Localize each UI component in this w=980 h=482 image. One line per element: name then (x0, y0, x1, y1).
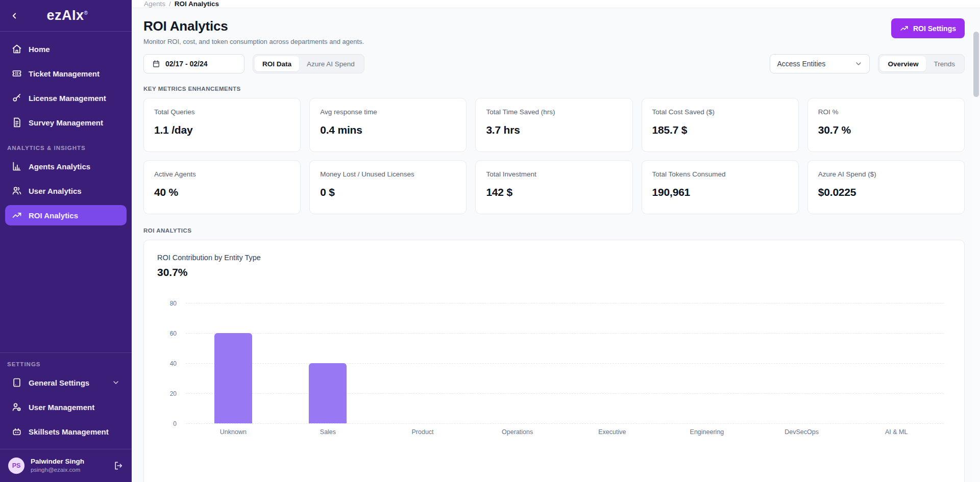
breadcrumb-current: ROI Analytics (175, 0, 219, 8)
sidebar-item-label: Survey Management (29, 118, 103, 127)
user-email: psingh@ezaix.com (31, 466, 107, 473)
chevron-down-icon (112, 378, 120, 387)
sidebar-item-user-management[interactable]: User Management (5, 397, 127, 417)
metric-card-total-tokens: Total Tokens Consumed 190,961 (642, 160, 799, 214)
sidebar-item-user-analytics[interactable]: User Analytics (5, 181, 127, 201)
sidebar-item-label: Home (29, 45, 50, 54)
sidebar-item-general-settings[interactable]: General Settings (5, 372, 127, 393)
sidebar-item-agents-analytics[interactable]: Agents Analytics (5, 156, 127, 176)
metric-card-active-agents: Active Agents 40 % (143, 160, 301, 214)
home-icon (12, 44, 22, 54)
chevron-down-icon (854, 60, 863, 68)
metric-card-money-lost: Money Lost / Unused Licenses 0 $ (309, 160, 467, 214)
robot-icon (12, 426, 22, 437)
user-name: Palwinder Singh (31, 458, 107, 466)
main-area: Agents / ROI Analytics ROI Analytics Mon… (132, 0, 980, 482)
sidebar-section-analytics: ANALYTICS & INSIGHTS (7, 145, 125, 151)
date-range-value: 02/17 - 02/24 (165, 60, 208, 68)
metric-card-avg-response-time: Avg response time 0.4 mins (309, 98, 467, 152)
sidebar-item-label: User Analytics (29, 187, 82, 195)
x-label: AI & ML (849, 428, 944, 436)
access-entities-dropdown[interactable]: Access Entities (770, 54, 870, 73)
metric-card-total-time-saved: Total Time Saved (hrs) 3.7 hrs (475, 98, 632, 152)
page-subtitle: Monitor ROI, cost, and token consumption… (143, 38, 364, 45)
sidebar-item-label: User Management (29, 403, 94, 412)
x-label: Executive (565, 428, 660, 436)
sidebar-item-label: ROI Analytics (29, 211, 78, 220)
filter-row: 02/17 - 02/24 ROI Data Azure AI Spend Ac… (143, 54, 965, 73)
breadcrumb: Agents / ROI Analytics (144, 0, 219, 8)
topbar: Agents / ROI Analytics (132, 0, 980, 8)
data-source-tabs: ROI Data Azure AI Spend (253, 54, 364, 73)
chart-headline-value: 30.7% (157, 266, 951, 278)
ticket-icon (12, 68, 22, 79)
x-label: Sales (281, 428, 376, 436)
tab-azure-ai-spend[interactable]: Azure AI Spend (299, 56, 362, 71)
sidebar-item-ticket-management[interactable]: Ticket Management (5, 63, 127, 84)
y-tick: 0 (173, 420, 177, 427)
y-tick: 60 (170, 330, 177, 337)
avatar: PS (8, 458, 24, 474)
users-icon (12, 186, 22, 196)
sidebar-item-skillsets-management[interactable]: Skillsets Management (5, 421, 127, 442)
sidebar-item-roi-analytics[interactable]: ROI Analytics (5, 205, 127, 225)
view-tabs: Overview Trends (878, 54, 965, 73)
logout-icon (113, 461, 124, 471)
sidebar-item-label: General Settings (29, 378, 89, 387)
y-tick: 40 (170, 360, 177, 367)
page-content: ROI Analytics Monitor ROI, cost, and tok… (132, 8, 980, 482)
key-icon (12, 93, 22, 103)
breadcrumb-separator: / (169, 0, 171, 8)
registered-mark: ® (84, 10, 88, 16)
tab-roi-data[interactable]: ROI Data (255, 56, 299, 71)
x-label: Engineering (659, 428, 754, 436)
x-axis-labels: Unknown Sales Product Operations Executi… (186, 428, 944, 436)
bar-sales[interactable] (309, 363, 347, 423)
collapse-sidebar-button[interactable] (7, 9, 21, 23)
metric-card-total-investment: Total Investment 142 $ (475, 160, 632, 214)
sidebar-item-survey-management[interactable]: Survey Management (5, 112, 127, 133)
survey-icon (12, 117, 22, 128)
trending-up-icon (900, 24, 909, 33)
scrollbar-thumb[interactable] (973, 32, 979, 97)
metric-card-total-cost-saved: Total Cost Saved ($) 185.7 $ (642, 98, 799, 152)
scrollbar (972, 30, 979, 482)
x-label: Unknown (186, 428, 281, 436)
chevron-left-icon (10, 11, 19, 20)
roi-contribution-chart-card: ROI Contribution by Entity Type 30.7% 80… (143, 240, 965, 482)
sidebar-item-label: License Management (29, 94, 106, 103)
calendar-icon (152, 60, 160, 68)
x-label: Operations (470, 428, 565, 436)
sidebar-item-license-management[interactable]: License Management (5, 88, 127, 108)
sidebar: ezAIx® Home Ticket Management License Ma… (0, 0, 132, 482)
sidebar-item-home[interactable]: Home (5, 39, 127, 59)
bar-chart-icon (12, 161, 22, 171)
sidebar-nav-main: Home Ticket Management License Managemen… (0, 32, 132, 137)
metrics-row-2: Active Agents 40 % Money Lost / Unused L… (143, 160, 965, 214)
sidebar-nav-analytics: Agents Analytics User Analytics ROI Anal… (0, 156, 132, 230)
metric-card-total-queries: Total Queries 1.1 /day (143, 98, 301, 152)
y-tick: 20 (170, 390, 177, 397)
user-profile: PS Palwinder Singh psingh@ezaix.com (0, 449, 132, 482)
chart-title: ROI Contribution by Entity Type (157, 253, 951, 262)
roi-section-title: ROI ANALYTICS (143, 227, 965, 234)
sidebar-item-label: Ticket Management (29, 69, 100, 78)
date-range-picker[interactable]: 02/17 - 02/24 (143, 54, 244, 73)
y-tick: 80 (170, 300, 177, 307)
user-gear-icon (12, 402, 22, 412)
tab-overview[interactable]: Overview (880, 56, 926, 71)
metric-card-roi-percent: ROI % 30.7 % (807, 98, 965, 152)
logout-button[interactable] (113, 461, 124, 471)
bar-unknown[interactable] (214, 333, 252, 423)
metrics-row-1: Total Queries 1.1 /day Avg response time… (143, 98, 965, 152)
trending-up-icon (12, 210, 22, 220)
bar-chart-plot: 80 60 40 20 0 (186, 303, 944, 423)
roi-settings-button[interactable]: ROI Settings (891, 18, 965, 38)
tab-trends[interactable]: Trends (926, 56, 963, 71)
metric-card-azure-ai-spend: Azure AI Spend ($) $0.0225 (807, 160, 965, 214)
breadcrumb-agents[interactable]: Agents (144, 0, 165, 8)
metrics-section-title: KEY METRICS ENHANCEMENTS (143, 86, 965, 92)
x-label: DevSecOps (754, 428, 849, 436)
sidebar-item-label: Skillsets Management (29, 427, 109, 436)
page-title: ROI Analytics (143, 18, 364, 34)
